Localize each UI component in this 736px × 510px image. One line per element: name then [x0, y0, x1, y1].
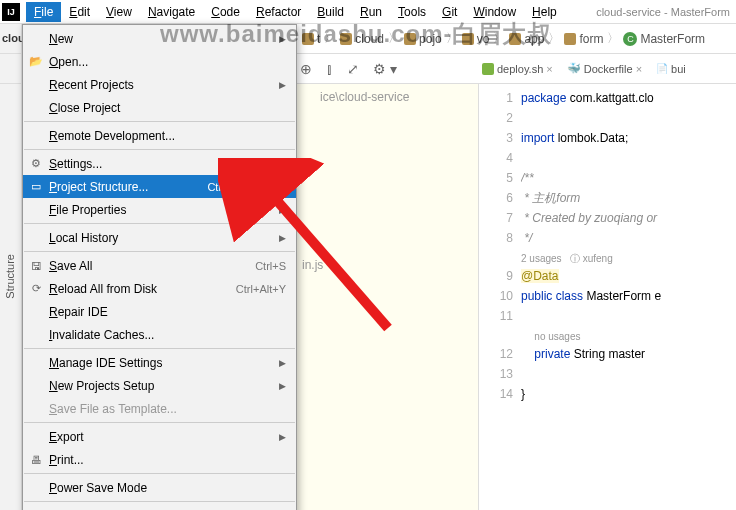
menu-item-new-projects-setup[interactable]: New Projects Setup▶ [23, 374, 296, 397]
menu-item-new[interactable]: New▶ [23, 27, 296, 50]
menu-file[interactable]: File [26, 2, 61, 22]
menu-item-print-[interactable]: 🖶Print... [23, 448, 296, 471]
menubar: FileEditViewNavigateCodeRefactorBuildRun… [26, 2, 565, 22]
menu-icon: 🖶 [29, 454, 43, 466]
breadcrumb-t[interactable]: t [302, 32, 320, 46]
menu-item-remote-development-[interactable]: Remote Development... [23, 124, 296, 147]
titlebar: IJ FileEditViewNavigateCodeRefactorBuild… [0, 0, 736, 24]
menu-run[interactable]: Run [352, 2, 390, 22]
menu-item-settings-[interactable]: ⚙Settings...Ctrl+Alt+S [23, 152, 296, 175]
menu-icon: 🖫 [29, 260, 43, 272]
menu-build[interactable]: Build [309, 2, 352, 22]
breadcrumb[interactable]: t〉cloud〉pojo〉vo〉app〉form〉CMasterForm [302, 30, 705, 47]
tab-Dockerfile[interactable]: 🐳Dockerfile× [563, 60, 646, 77]
tab-bui[interactable]: 📄bui [652, 61, 690, 77]
menu-item-save-file-as-template-: Save File as Template... [23, 397, 296, 420]
menu-item-repair-ide[interactable]: Repair IDE [23, 300, 296, 323]
menu-item-open-[interactable]: 📂Open... [23, 50, 296, 73]
app-icon: IJ [2, 3, 20, 21]
menu-code[interactable]: Code [203, 2, 248, 22]
menu-item-power-save-mode[interactable]: Power Save Mode [23, 476, 296, 499]
breadcrumb-app[interactable]: app [509, 32, 544, 46]
menu-icon: ▭ [29, 180, 43, 193]
line-gutter: 1234567891011121314 [479, 84, 521, 510]
editor-toolbar-icons: ⊕ ⫿ ⤢ ⚙ ▾ [300, 61, 397, 77]
breadcrumb-vo[interactable]: vo [462, 32, 490, 46]
split-icon[interactable]: ⫿ [326, 61, 333, 77]
menu-window[interactable]: Window [465, 2, 524, 22]
menu-item-manage-ide-settings[interactable]: Manage IDE Settings▶ [23, 351, 296, 374]
menu-icon: ⚙ [29, 157, 43, 170]
run-target-icon[interactable]: ⊕ [300, 61, 312, 77]
menu-item-export[interactable]: Export▶ [23, 425, 296, 448]
editor-tabs: deploy.sh×🐳Dockerfile×📄bui [478, 60, 690, 77]
file-menu-dropdown: New▶📂Open...Recent Projects▶Close Projec… [22, 24, 297, 510]
menu-navigate[interactable]: Navigate [140, 2, 203, 22]
menu-tools[interactable]: Tools [390, 2, 434, 22]
tool-window-strip: Structure [0, 54, 22, 510]
tab-deploy.sh[interactable]: deploy.sh× [478, 61, 557, 77]
menu-git[interactable]: Git [434, 2, 465, 22]
menu-item-project-structure-[interactable]: ▭Project Structure...Ctrl+Alt+Shift+S [23, 175, 296, 198]
path-fragment: ice\cloud-service [320, 90, 409, 104]
menu-item-close-project[interactable]: Close Project [23, 96, 296, 119]
menu-help[interactable]: Help [524, 2, 565, 22]
menu-item-recent-projects[interactable]: Recent Projects▶ [23, 73, 296, 96]
expand-icon[interactable]: ⤢ [347, 61, 359, 77]
code-area[interactable]: package com.kattgatt.clo import lombok.D… [521, 84, 736, 510]
menu-item-file-properties[interactable]: File Properties▶ [23, 198, 296, 221]
menu-item-save-all[interactable]: 🖫Save AllCtrl+S [23, 254, 296, 277]
menu-icon: ⟳ [29, 282, 43, 295]
close-icon[interactable]: × [546, 63, 552, 75]
menu-item-reload-all-from-disk[interactable]: ⟳Reload All from DiskCtrl+Alt+Y [23, 277, 296, 300]
window-title: cloud-service - MasterForm [596, 6, 730, 18]
breadcrumb-cloud[interactable]: cloud [340, 32, 384, 46]
code-editor[interactable]: 1234567891011121314 package com.kattgatt… [478, 84, 736, 510]
menu-edit[interactable]: Edit [61, 2, 98, 22]
menu-view[interactable]: View [98, 2, 140, 22]
menu-icon: 📂 [29, 55, 43, 68]
menu-item-invalidate-caches-[interactable]: Invalidate Caches... [23, 323, 296, 346]
file-fragment: in.js [302, 258, 323, 272]
menu-refactor[interactable]: Refactor [248, 2, 309, 22]
structure-tool-label[interactable]: Structure [4, 254, 16, 299]
menu-item-local-history[interactable]: Local History▶ [23, 226, 296, 249]
menu-item-exit[interactable]: Exit [23, 504, 296, 510]
close-icon[interactable]: × [636, 63, 642, 75]
breadcrumb-form[interactable]: form [564, 32, 603, 46]
settings-icon[interactable]: ⚙ ▾ [373, 61, 397, 77]
breadcrumb-MasterForm[interactable]: CMasterForm [623, 32, 705, 46]
breadcrumb-pojo[interactable]: pojo [404, 32, 442, 46]
